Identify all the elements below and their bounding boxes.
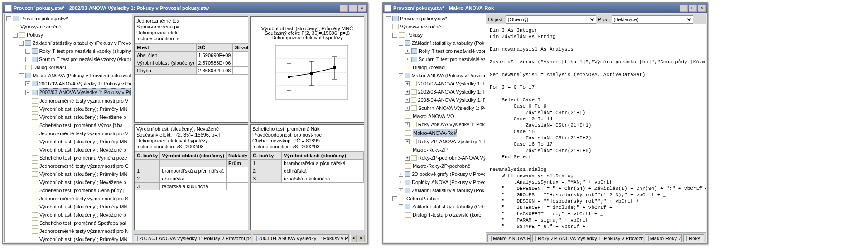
tree-item[interactable]: +Základní statistiky a tabulky (Pokusy (398, 186, 486, 194)
minimize-button[interactable]: _ (680, 5, 688, 12)
tree-item[interactable]: Jednorozměrné testy významnosti pro V (31, 129, 132, 137)
table-row[interactable]: 1bramborářská a pícninářská (251, 159, 364, 167)
expand-icon[interactable]: + (405, 122, 410, 127)
tree-item[interactable]: +Souhrn-ANOVA Výsledky 1: Poku (404, 104, 486, 112)
tree-item[interactable]: Dialog korelací (24, 63, 132, 71)
expand-icon[interactable]: + (399, 180, 403, 185)
tree-item[interactable]: +Roky-T-test pro nezávislé vzorky (skupi… (24, 47, 132, 55)
expand-icon[interactable]: − (19, 73, 24, 78)
tree-item[interactable]: Jednorozměrné testy významnosti pro C (31, 162, 132, 170)
tree-item[interactable]: +Souhrn-T-test pro nezávislé vzorky (sku… (24, 55, 132, 63)
expand-icon[interactable]: − (392, 33, 397, 38)
proc-select[interactable]: (deklarace) (612, 15, 693, 24)
tree-item[interactable]: +Roky-T-test pro nezávislé vzork (404, 47, 486, 55)
expand-icon[interactable]: + (405, 49, 410, 54)
table-row[interactable]: 3řepařská a kukuřičná71 (135, 182, 249, 190)
expand-icon[interactable]: + (25, 57, 30, 62)
tree-item[interactable]: −Základní statistiky a tabulky (Pokusy v… (18, 39, 132, 47)
tree-item[interactable]: +2002/03-ANOVA Výsledky 1: Pokt (404, 88, 486, 96)
tree-item[interactable]: −Pokusy (391, 31, 486, 39)
tab-scroll-right[interactable]: ► (358, 235, 365, 242)
titlebar[interactable]: Provozní pokusy.stw* - 2002/03-ANOVA Výs… (3, 3, 367, 13)
tree-item[interactable]: Výrobní oblasti (sloučeny); Průměry MN (31, 105, 132, 113)
tree-item[interactable]: Výrobní oblasti (sloučeny); Nevážené p (31, 146, 132, 154)
tab-macro-anova-rok[interactable]: Makro-ANOVA-Rok (487, 234, 531, 242)
tree-item[interactable]: −Makro-ANOVA (Pokusy v Provozní pokusy.s… (18, 71, 132, 80)
close-button[interactable]: × (698, 5, 706, 12)
tree-item[interactable]: Výrobní oblasti (sloučeny); Nevážené p (31, 211, 132, 219)
tree-item[interactable]: Jednorozměrné testy významnosti pro S (31, 194, 132, 203)
tree-item[interactable]: Jednorozměrné testy významnosti pro N (31, 227, 132, 235)
expand-icon[interactable]: + (405, 90, 410, 95)
tree-item[interactable]: Jednorozměrné testy významnosti pro V (31, 97, 132, 105)
expand-icon[interactable]: + (405, 156, 410, 161)
maximize-button[interactable]: □ (689, 5, 697, 12)
code-editor[interactable]: Dim I As Integer Dim ZávisláN As String … (486, 24, 706, 232)
table-row[interactable]: 1bramborářská a pícninářská65 (135, 167, 249, 175)
expand-icon[interactable]: + (405, 57, 410, 62)
tree-item[interactable]: −Pokusy (12, 31, 132, 39)
object-select[interactable]: (Obecný) (506, 15, 596, 24)
tree-item[interactable]: −Makro-ANOVA (Pokusy v Provozní po (398, 71, 486, 80)
expand-icon[interactable]: + (405, 98, 410, 103)
expand-icon[interactable]: − (19, 41, 24, 46)
tree-item[interactable]: Makro-ANOVA-Rok (404, 128, 486, 137)
tree-item[interactable]: −Základní statistiky a tabulky (Pokusy (398, 39, 486, 47)
document-tabs[interactable]: Makro-ANOVA-Rok Roky-ZP-ANOVA Výsledky 1… (486, 232, 706, 242)
tab-scroll-left[interactable]: ◄ (350, 235, 357, 242)
expand-icon[interactable]: + (399, 172, 403, 177)
tree-item-selected[interactable]: −2002/03-ANOVA Výsledky 1: Pokusy v Prov (24, 88, 132, 97)
tree-item[interactable]: Scheffého test; proměnná Cena půdy [ (31, 186, 132, 194)
anova-table[interactable]: EfektSČSt vol Abs. člen1,590690E+09 Výro… (135, 43, 248, 75)
document-tabs[interactable]: 2002/03-ANOVA Výsledky 1: Pokusy v Provo… (132, 232, 366, 242)
tree-root[interactable]: −Provozní pokusy.stw* (5, 14, 132, 23)
scheffe-table[interactable]: Č. buňkyVýrobní oblasti (sloučeny) 1bram… (251, 152, 364, 183)
workbook-tree[interactable]: −Provozní pokusy.stw* Výnosy-meziročně −… (384, 14, 486, 242)
anova-table-pane[interactable]: Jednorozměrné tes Sigma-omezená pa Dekom… (134, 16, 248, 123)
tab-results-2002[interactable]: 2002/03-ANOVA Výsledky 1: Pokusy v Provo… (134, 234, 251, 242)
expand-icon[interactable]: − (392, 196, 397, 201)
tree-item[interactable]: +2003-04-ANOVA Výsledky 1: Poku (404, 96, 486, 104)
means-table-pane[interactable]: Výrobní oblasti (sloučeny), Nevážené Sou… (134, 124, 248, 231)
tree-item[interactable]: Výrobní oblasti (sloučeny); Průměry MN (31, 235, 132, 242)
tree-item[interactable]: Dialog korelací (404, 63, 486, 71)
tree-item[interactable]: +Souhrn-T-test pro nezávislé vzo (404, 55, 486, 63)
table-row[interactable]: Výrobní oblasti (sloučeny)2,570583E+06 (135, 59, 249, 67)
tree-item[interactable]: −Základní statistiky a tabulky (Ceteris (398, 203, 486, 211)
tree-item[interactable]: +Roky-ANOVA Výsledky 1: Pokusy (404, 120, 486, 128)
expand-icon[interactable]: + (25, 49, 30, 54)
table-row[interactable]: Chyba2,866032E+08 (135, 67, 249, 75)
expand-icon[interactable]: + (405, 106, 410, 111)
minimize-button[interactable]: _ (340, 5, 348, 12)
maximize-button[interactable]: □ (349, 5, 357, 12)
tab-results-2003[interactable]: 2003-04-ANOVA Výsledky 1: Pokusy v Pr (253, 234, 349, 242)
tab-roky-zp[interactable]: Roky-ZP-ANOVA Výsledky 1: Pokusy v Provo… (532, 234, 643, 242)
expand-icon[interactable]: + (405, 81, 410, 86)
table-row[interactable]: 3řepařská a kukuřičná (251, 175, 364, 182)
expand-icon[interactable]: − (386, 16, 391, 21)
tab-makro-roky-zp[interactable]: Makro-Roky-ZP (645, 234, 682, 242)
tree-root[interactable]: −Provozní pokusy.stw* (385, 14, 486, 23)
tree-item[interactable]: Výnosy-meziročně (391, 23, 486, 31)
scheffe-table-pane[interactable]: Scheffeho test, proměnná Nák Pravděpodob… (250, 124, 364, 231)
tree-item[interactable]: +2001/02-ANOVA Výsledky 1: Pokt (404, 80, 486, 88)
tree-item[interactable]: +Roky-ZP-podrobně-ANOVA Výsle (404, 154, 486, 162)
titlebar[interactable]: Provozní pokusy.stw* - Makro-ANOVA-Rok _… (383, 3, 707, 13)
table-row[interactable]: 2obilnářská (251, 167, 364, 175)
tree-item[interactable]: Dialog T-testu pro závislé (korel (404, 211, 486, 219)
table-row[interactable]: Abs. člen1,590690E+09 (135, 52, 249, 59)
expand-icon[interactable]: − (13, 33, 18, 38)
tree-item[interactable]: Výnosy-meziročně (12, 23, 132, 31)
expand-icon[interactable]: − (25, 90, 30, 95)
tree-item[interactable]: Výrobní oblasti (sloučeny); Nevážené p (31, 113, 132, 121)
tree-item[interactable]: Výrobní oblasti (sloučeny); Nevážené p (31, 178, 132, 186)
expand-icon[interactable]: + (405, 139, 410, 144)
expand-icon[interactable]: − (399, 204, 403, 209)
tree-item[interactable]: Výrobní oblasti (sloučeny); Průměry MN (31, 170, 132, 178)
expand-icon[interactable]: − (6, 16, 11, 21)
tree-item[interactable]: Scheffého test; proměnná Spotřeba pal (31, 219, 132, 227)
tree-item[interactable]: Makro-ANOVA-VO (404, 112, 486, 120)
table-row[interactable]: 2obilnářská72 (135, 175, 249, 182)
expand-icon[interactable]: + (399, 188, 403, 193)
workbook-tree[interactable]: −Provozní pokusy.stw* Výnosy-meziročně −… (5, 14, 132, 242)
